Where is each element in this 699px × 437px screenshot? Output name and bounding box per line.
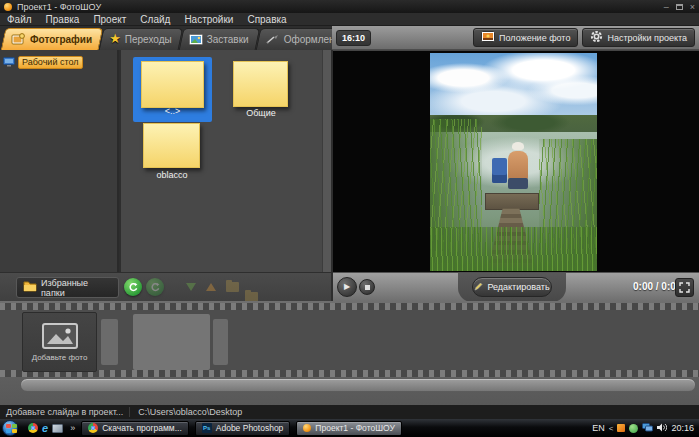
chrome-icon bbox=[88, 423, 98, 433]
tab-intros[interactable]: Заставки bbox=[181, 28, 258, 50]
play-button[interactable]: ▶ bbox=[337, 277, 357, 297]
stop-icon bbox=[365, 285, 370, 290]
image-placeholder-icon bbox=[42, 323, 78, 349]
show-desktop-icon[interactable] bbox=[52, 424, 63, 433]
add-photo-slot[interactable]: Добавьте фото bbox=[22, 312, 97, 372]
photo-shorts bbox=[508, 178, 528, 189]
folder-thumbnails-panel: <..> Общие oblacco bbox=[121, 50, 331, 272]
quicklaunch-overflow-chevron[interactable]: » bbox=[70, 423, 75, 433]
menu-slide[interactable]: Слайд bbox=[133, 13, 177, 26]
folder-icon bbox=[23, 281, 37, 294]
photo-reeds-bottom bbox=[430, 227, 597, 271]
tree-item-desktop[interactable]: Рабочий стол bbox=[3, 53, 83, 71]
status-hint: Добавьте слайды в проект... bbox=[0, 407, 129, 417]
move-up-icon[interactable] bbox=[206, 283, 216, 291]
photo-cap bbox=[512, 142, 524, 150]
folder-thumb-oblacco[interactable] bbox=[143, 123, 200, 168]
move-down-icon[interactable] bbox=[186, 283, 196, 291]
window-title: Проект1 - ФотоШОУ bbox=[17, 2, 664, 12]
edit-button[interactable]: Редактировать bbox=[472, 277, 552, 297]
open-folder-icon[interactable] bbox=[226, 282, 239, 292]
empty-slot bbox=[133, 314, 210, 370]
fotoshow-icon bbox=[303, 424, 311, 432]
volume-icon[interactable] bbox=[657, 423, 667, 434]
tray-chevron[interactable]: < bbox=[609, 424, 614, 433]
photo-position-icon bbox=[481, 31, 495, 44]
project-settings-button[interactable]: Настройки проекта bbox=[582, 28, 695, 47]
preview-photo bbox=[430, 53, 597, 271]
gear-icon bbox=[590, 30, 603, 45]
tray-app-icon[interactable] bbox=[617, 424, 625, 432]
thumbnails-scrollbar[interactable] bbox=[322, 50, 331, 272]
refresh-button[interactable] bbox=[124, 278, 142, 296]
folder-label: <..> bbox=[133, 106, 212, 116]
empty-slot bbox=[213, 319, 228, 365]
taskbar-button-fotoshow[interactable]: Проект1 - ФотоШОУ bbox=[296, 421, 401, 436]
maximize-button[interactable] bbox=[676, 4, 683, 10]
tree-item-label: Рабочий стол bbox=[18, 56, 83, 69]
menu-settings[interactable]: Настройки bbox=[177, 13, 240, 26]
menu-project[interactable]: Проект bbox=[86, 13, 133, 26]
tab-photos[interactable]: Фотографии bbox=[3, 28, 101, 50]
language-indicator[interactable]: EN bbox=[592, 423, 605, 433]
menu-edit[interactable]: Правка bbox=[39, 13, 87, 26]
start-button[interactable] bbox=[2, 420, 18, 436]
play-icon: ▶ bbox=[344, 283, 350, 291]
star-icon: ★ bbox=[109, 33, 121, 45]
brush-icon bbox=[266, 34, 280, 45]
favorite-folders-button[interactable]: Избранные папки bbox=[16, 277, 119, 298]
sprocket-holes-top bbox=[0, 303, 699, 310]
photoshop-icon: Ps bbox=[202, 423, 212, 433]
menu-help[interactable]: Справка bbox=[240, 13, 293, 26]
title-bar: Проект1 - ФотоШОУ – × bbox=[0, 0, 699, 13]
photos-icon bbox=[11, 33, 26, 45]
timeline: Добавьте фото bbox=[0, 301, 699, 405]
desktop-icon bbox=[3, 53, 15, 71]
tab-bar: Фотографии ★ Переходы Заставки Оформлени… bbox=[0, 26, 699, 50]
app-icon bbox=[4, 3, 12, 11]
close-button[interactable]: × bbox=[690, 2, 695, 12]
status-bar: Добавьте слайды в проект... C:\Users\obl… bbox=[0, 405, 699, 419]
player-bar: ▶ Редактировать 0:00 / 0:00 bbox=[333, 272, 699, 301]
internet-explorer-icon[interactable]: e bbox=[42, 423, 48, 433]
folder-label: Общие bbox=[225, 108, 297, 118]
aspect-ratio-badge: 16:10 bbox=[336, 30, 371, 46]
menu-file[interactable]: Файл bbox=[0, 13, 39, 26]
filmstrip: Добавьте фото bbox=[0, 303, 699, 377]
stop-button[interactable] bbox=[359, 279, 375, 295]
photo-chair bbox=[492, 158, 507, 183]
taskbar: e » Скачать программ... Ps Adobe Photosh… bbox=[0, 419, 699, 437]
timeline-scrollbar[interactable] bbox=[20, 378, 696, 392]
photo-fisherman bbox=[508, 151, 528, 180]
menu-bar: Файл Правка Проект Слайд Настройки Справ… bbox=[0, 13, 699, 26]
picture-icon bbox=[189, 34, 203, 45]
minimize-button[interactable]: – bbox=[664, 2, 669, 12]
photo-position-button[interactable]: Положение фото bbox=[473, 28, 578, 47]
current-path: C:\Users\oblacco\Desktop bbox=[129, 407, 250, 417]
tab-transitions[interactable]: ★ Переходы bbox=[101, 28, 181, 50]
clock[interactable]: 20:16 bbox=[671, 423, 694, 433]
tray-status-icon[interactable] bbox=[629, 424, 638, 433]
network-icon[interactable] bbox=[642, 423, 653, 434]
folder-tree-panel: Рабочий стол bbox=[0, 50, 119, 272]
chrome-quicklaunch-icon[interactable] bbox=[28, 423, 38, 433]
fullscreen-button[interactable] bbox=[675, 278, 694, 297]
pencil-icon bbox=[474, 282, 483, 293]
folder-thumb-parent[interactable] bbox=[141, 61, 204, 108]
photo-platform bbox=[485, 193, 539, 210]
fullscreen-icon bbox=[679, 282, 690, 293]
preview-viewport bbox=[333, 50, 699, 272]
folder-thumb-obshchie[interactable] bbox=[233, 61, 288, 107]
preview-header: 16:10 Положение фото Настройки проекта bbox=[332, 26, 699, 50]
forward-button[interactable] bbox=[146, 278, 164, 296]
taskbar-button-download[interactable]: Скачать программ... bbox=[81, 421, 189, 436]
sprocket-holes-bottom bbox=[0, 370, 699, 377]
taskbar-button-photoshop[interactable]: Ps Adobe Photoshop bbox=[195, 421, 291, 436]
browser-toolbar: Избранные папки bbox=[0, 272, 331, 301]
folder-label: oblacco bbox=[135, 170, 209, 180]
empty-slot bbox=[101, 319, 118, 365]
